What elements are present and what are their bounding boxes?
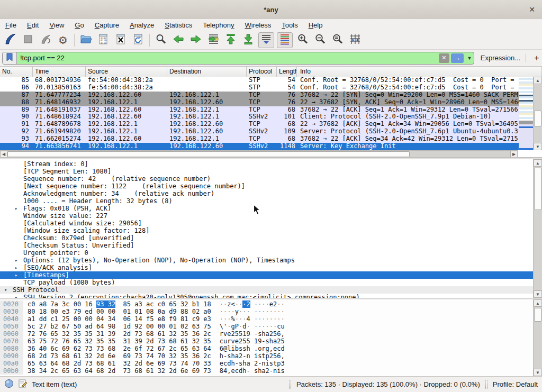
detail-line[interactable]: [Next sequence number: 1122 (relative se… bbox=[0, 183, 542, 190]
packet-row-92[interactable]: 9271.661949820192.168.122.1192.168.122.6… bbox=[0, 128, 519, 135]
detail-line[interactable]: [TCP Segment Len: 1080] bbox=[0, 168, 542, 175]
auto-scroll-toggle[interactable] bbox=[258, 32, 274, 48]
detail-line[interactable]: Sequence number: 42 (relative sequence n… bbox=[0, 175, 542, 183]
packet-row-91[interactable]: 9171.648789678192.168.122.1192.168.122.6… bbox=[0, 121, 519, 128]
zoom-in-button[interactable] bbox=[295, 33, 310, 48]
packet-row-93[interactable]: 9371.662015274192.168.122.60192.168.122.… bbox=[0, 135, 519, 143]
detail-line[interactable]: ▸[Timestamps] bbox=[0, 271, 542, 279]
detail-line[interactable]: [Calculated window size: 29056] bbox=[0, 220, 542, 227]
scroll-up-arrow[interactable]: ▲ bbox=[534, 77, 542, 84]
scroll-down-arrow[interactable]: ▼ bbox=[534, 290, 542, 298]
hex-row-0060[interactable]: 006072 76 65 32 35 35 31 39 2d 73 68 61 … bbox=[0, 330, 542, 338]
hex-row-0080[interactable]: 008036 40 6c 69 62 73 73 68 2e 6f 72 67 … bbox=[0, 345, 542, 352]
expand-twisty-icon[interactable]: ▸ bbox=[15, 257, 23, 264]
restart-capture-button[interactable] bbox=[38, 33, 53, 48]
scroll-thumb[interactable] bbox=[534, 168, 541, 210]
menu-statistics[interactable]: Statistics bbox=[159, 20, 197, 30]
hex-row-0030[interactable]: 003080 18 00 e3 79 ed 00 00 01 01 08 0a … bbox=[0, 308, 542, 315]
resize-columns-button[interactable] bbox=[348, 33, 363, 48]
filter-history-dropdown[interactable]: ▼ bbox=[465, 52, 474, 64]
scroll-up-arrow[interactable]: ▲ bbox=[534, 159, 542, 167]
expand-twisty-icon[interactable]: ▸ bbox=[15, 271, 23, 279]
hex-row-00b0[interactable]: 00b038 34 2c 65 63 64 68 2d 73 68 61 32 … bbox=[0, 367, 542, 375]
display-filter-input[interactable]: !tcp.port == 22 ✕ → ▼ bbox=[2, 52, 474, 65]
go-forward-button[interactable] bbox=[188, 33, 203, 48]
column-header-destination[interactable]: Destination bbox=[167, 67, 247, 77]
detail-line[interactable]: Acknowledgment number: 34 (relative ack … bbox=[0, 190, 542, 197]
column-header-source[interactable]: Source bbox=[86, 67, 167, 77]
expand-twisty-icon[interactable]: ▸ bbox=[15, 294, 23, 298]
packet-row-87[interactable]: 8771.647777234192.168.122.60192.168.122.… bbox=[0, 92, 519, 99]
colorize-toggle[interactable] bbox=[277, 32, 293, 48]
detail-line[interactable]: Checksum: 0x79ed [unverified] bbox=[0, 234, 542, 242]
expand-twisty-icon[interactable]: ▸ bbox=[15, 264, 23, 271]
filter-text[interactable]: !tcp.port == 22 bbox=[17, 54, 439, 62]
packet-row-90[interactable]: 9071.648618924192.168.122.60192.168.122.… bbox=[0, 113, 519, 121]
hex-row-0040[interactable]: 0040a1 dd c1 25 00 00 04 34 06 14 f5 e8 … bbox=[0, 315, 542, 323]
open-file-button[interactable] bbox=[78, 33, 93, 48]
column-header-length[interactable]: Length bbox=[277, 67, 297, 77]
scroll-down-arrow[interactable]: ▼ bbox=[534, 369, 542, 376]
stop-capture-button[interactable] bbox=[21, 33, 35, 48]
scroll-thumb[interactable] bbox=[534, 111, 541, 126]
zoom-out-button[interactable] bbox=[313, 33, 328, 48]
packet-list-vertical-scrollbar[interactable]: ▲ ▼ bbox=[533, 77, 542, 150]
expand-twisty-icon[interactable]: ▾ bbox=[4, 286, 13, 294]
profile-selector[interactable]: Profile: Default bbox=[493, 380, 538, 388]
scroll-thumb[interactable] bbox=[7, 151, 410, 157]
close-file-button[interactable] bbox=[113, 33, 128, 48]
hex-row-00a0[interactable]: 00a065 63 64 68 2d 73 68 61 32 2d 6e 69 … bbox=[0, 360, 542, 367]
hex-vertical-scrollbar[interactable]: ▲ ▼ bbox=[533, 299, 542, 376]
detail-line[interactable]: Urgent pointer: 0 bbox=[0, 249, 542, 257]
packet-row-88[interactable]: 8871.648146932192.168.122.1192.168.122.6… bbox=[0, 99, 519, 106]
column-header-protocol[interactable]: Protocol bbox=[247, 67, 277, 77]
scroll-up-arrow[interactable]: ▲ bbox=[534, 299, 542, 307]
capture-comment-icon[interactable] bbox=[18, 379, 28, 390]
detail-line[interactable]: [Stream index: 0] bbox=[0, 160, 542, 168]
column-header-no[interactable]: No. bbox=[0, 67, 33, 77]
reload-file-button[interactable] bbox=[131, 33, 146, 48]
go-to-packet-button[interactable] bbox=[206, 33, 221, 48]
packet-list-horizontal-scrollbar[interactable]: ◀ ▶ bbox=[0, 150, 518, 158]
menu-edit[interactable]: Edit bbox=[22, 20, 44, 30]
details-vertical-scrollbar[interactable]: ▲ ▼ bbox=[533, 159, 542, 298]
detail-line[interactable]: [Checksum Status: Unverified] bbox=[0, 242, 542, 249]
filter-bookmark-button[interactable] bbox=[3, 52, 17, 64]
menu-go[interactable]: Go bbox=[69, 20, 89, 30]
menu-analyze[interactable]: Analyze bbox=[124, 20, 159, 30]
menu-telephony[interactable]: Telephony bbox=[197, 20, 239, 30]
zoom-original-button[interactable] bbox=[330, 33, 345, 48]
find-packet-button[interactable] bbox=[153, 33, 168, 48]
menu-help[interactable]: Help bbox=[303, 20, 328, 30]
detail-line[interactable]: 1000 .... = Header Length: 32 bytes (8) bbox=[0, 197, 542, 205]
intelligent-scrollbar-minimap[interactable] bbox=[519, 77, 534, 150]
hex-row-0070[interactable]: 007063 75 72 76 65 32 35 35 31 39 2d 73 … bbox=[0, 338, 542, 345]
detail-line[interactable]: ▸Flags: 0x018 (PSH, ACK) bbox=[0, 205, 542, 212]
hex-row-0090[interactable]: 009068 2d 73 68 61 32 2d 6e 69 73 74 70 … bbox=[0, 352, 542, 360]
go-back-button[interactable] bbox=[171, 33, 186, 48]
menu-view[interactable]: View bbox=[44, 20, 69, 30]
expand-twisty-icon[interactable]: ▸ bbox=[15, 205, 23, 212]
expression-button[interactable]: Expression... bbox=[481, 54, 520, 62]
menu-capture[interactable]: Capture bbox=[89, 20, 124, 30]
expert-info-icon[interactable] bbox=[4, 379, 14, 390]
apply-filter-button[interactable]: → bbox=[451, 53, 464, 63]
scroll-thumb[interactable] bbox=[534, 308, 541, 322]
go-to-top-button[interactable] bbox=[223, 33, 238, 48]
menu-wireless[interactable]: Wireless bbox=[240, 20, 277, 30]
packet-row-85[interactable]: 8568.001734936fe:54:00:d4:38:2aSTP54Conf… bbox=[0, 77, 519, 84]
hex-row-0020[interactable]: 0020c0 a8 7a 3c 00 16 93 32 85 a3 ac c0 … bbox=[0, 300, 542, 308]
detail-line[interactable]: TCP payload (1080 bytes) bbox=[0, 279, 542, 286]
hex-row-0050[interactable]: 00505c 27 b2 67 50 ad 64 98 1d 92 00 00 … bbox=[0, 323, 542, 330]
start-capture-button[interactable] bbox=[3, 33, 18, 48]
detail-line[interactable]: ▸Options: (12 bytes), No-Operation (NOP)… bbox=[0, 257, 542, 264]
packet-row-94[interactable]: 9471.663856741192.168.122.1192.168.122.6… bbox=[0, 143, 519, 150]
add-filter-button[interactable]: + bbox=[531, 53, 542, 63]
detail-line[interactable]: [Window size scaling factor: 128] bbox=[0, 227, 542, 234]
save-file-button[interactable]: 010101100111 bbox=[96, 33, 111, 48]
packet-row-89[interactable]: 8971.648191037192.168.122.60192.168.122.… bbox=[0, 106, 519, 114]
scroll-down-arrow[interactable]: ▼ bbox=[534, 143, 542, 150]
menu-tools[interactable]: Tools bbox=[276, 20, 303, 30]
detail-line[interactable]: ▸[SEQ/ACK analysis] bbox=[0, 264, 542, 271]
detail-line[interactable]: ▾SSH Protocol bbox=[0, 286, 542, 294]
